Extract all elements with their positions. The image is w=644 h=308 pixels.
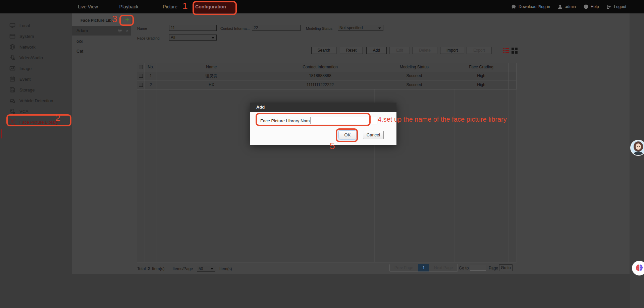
sidebar-item-local[interactable]: Local — [0, 20, 72, 31]
current-page-indicator: 1 — [418, 264, 429, 271]
sidebar-item-video-audio[interactable]: Video/Audio — [0, 52, 72, 63]
library-panel-title: Face Picture Lib... — [80, 18, 115, 23]
pager: Prev Page 1 Next Page — [389, 264, 458, 272]
pagination-summary: Total 2 Item(s) Items/Page 50 Item(s) — [137, 266, 232, 272]
page-label: Page — [489, 266, 498, 270]
pagination-bar: Total 2 Item(s) Items/Page 50 Item(s) Pr… — [131, 262, 630, 274]
help-link[interactable]: Help — [584, 4, 599, 9]
tab-live-view[interactable]: Live View — [78, 0, 98, 13]
prev-page-button[interactable]: Prev Page — [390, 264, 418, 271]
import-button[interactable]: Import — [440, 47, 464, 54]
tab-picture[interactable]: Picture — [163, 0, 177, 13]
sidebar-item-image[interactable]: Image — [0, 63, 72, 74]
active-item-indicator — [1, 129, 2, 138]
col-header-contact: Contact Information — [266, 63, 375, 71]
total-count: 2 — [148, 266, 150, 271]
delete-button: Delete — [412, 47, 437, 54]
modeling-status-label: Modeling Status — [306, 26, 332, 30]
row-checkbox[interactable] — [139, 83, 143, 87]
sidebar-item-system[interactable]: System — [0, 31, 72, 42]
goto-page-button[interactable]: Go to — [499, 264, 513, 271]
page: Live View Playback Picture Configuration… — [0, 0, 644, 308]
window-icon — [9, 33, 15, 39]
user-icon — [558, 4, 562, 9]
col-header-spacer — [508, 63, 517, 71]
name-filter-label: Name — [137, 26, 147, 30]
floppy-icon — [9, 87, 15, 93]
list-view-icon[interactable] — [503, 47, 509, 54]
goto-page-input[interactable] — [470, 265, 486, 271]
col-header-grading: Face Grading — [454, 63, 508, 71]
select-all-cell — [137, 63, 145, 71]
goto-label: Go to — [459, 266, 469, 270]
monitor-icon — [9, 22, 15, 28]
face-library-list-panel: Face Picture Lib... + Adam × GS Cat — [72, 13, 131, 274]
contact-filter-input[interactable] — [252, 25, 301, 31]
face-records-table: No. Name Contact Information Modeling St… — [137, 63, 517, 262]
image-icon — [9, 65, 15, 71]
edit-button: Edit — [389, 47, 410, 54]
plugin-icon — [511, 4, 516, 9]
table-row[interactable]: 2 HX 1111111222222 Succeed High — [137, 80, 517, 89]
dialog-title: Add — [250, 103, 396, 112]
delete-library-close-icon[interactable]: × — [124, 26, 130, 36]
user-menu[interactable]: admin — [558, 4, 576, 9]
library-name-label: Face Picture Library Name — [260, 118, 312, 123]
sidebar-item-vca[interactable]: VCA — [0, 106, 72, 117]
logout-link[interactable]: Logout — [606, 4, 626, 9]
name-filter-input[interactable] — [169, 25, 217, 31]
sidebar-item-vehicle-detection[interactable]: Vehicle Detection — [0, 95, 72, 106]
sidebar-item-face-picture-library[interactable]: Face Picture Library — [0, 117, 72, 127]
col-header-modeling: Modeling Status — [374, 63, 454, 71]
col-header-name: Name — [157, 63, 266, 71]
add-library-dialog: Add Face Picture Library Name OK Cancel — [250, 103, 396, 145]
microphone-icon — [9, 55, 15, 61]
download-plugin-link[interactable]: Download Plug-in — [511, 4, 550, 9]
tab-playback[interactable]: Playback — [119, 0, 139, 13]
library-item-gs[interactable]: GS — [72, 37, 131, 46]
brain-icon — [635, 264, 644, 272]
sidebar-item-event[interactable]: Event — [0, 74, 72, 84]
library-name-input[interactable] — [310, 117, 377, 124]
dialog-body: Face Picture Library Name OK Cancel — [250, 112, 396, 145]
help-icon — [584, 4, 588, 9]
tab-configuration[interactable]: Configuration — [195, 0, 226, 13]
sidebar-item-network[interactable]: Network — [0, 42, 72, 52]
library-item-cat[interactable]: Cat — [72, 47, 131, 56]
reset-button[interactable]: Reset — [340, 47, 363, 54]
top-navigation-bar: Live View Playback Picture Configuration… — [0, 0, 644, 13]
dialog-cancel-button[interactable]: Cancel — [363, 131, 384, 139]
vca-icon — [9, 108, 15, 114]
floating-avatar[interactable] — [631, 140, 644, 155]
row-checkbox[interactable] — [139, 74, 143, 78]
items-per-page-select[interactable]: 50 — [197, 266, 215, 272]
face-library-icon — [9, 119, 15, 125]
face-grading-label: Face Grading — [137, 36, 160, 40]
edit-library-gear-icon[interactable] — [118, 26, 123, 36]
avatar-face — [636, 143, 641, 150]
modeling-status-select[interactable]: Not specified — [338, 25, 383, 31]
add-library-button[interactable]: + — [123, 16, 131, 24]
grid-view-icon[interactable] — [511, 47, 518, 54]
logout-icon — [606, 4, 611, 9]
globe-icon — [9, 44, 15, 50]
export-button: Export — [467, 47, 492, 54]
brain-extension-button[interactable] — [632, 261, 644, 275]
table-row[interactable]: 1 谢灵贵 1818888888 Succeed High — [137, 71, 517, 80]
col-header-no: No. — [145, 63, 157, 71]
vehicle-icon — [9, 98, 15, 104]
table-header-row: No. Name Contact Information Modeling St… — [137, 63, 517, 71]
search-button[interactable]: Search — [311, 47, 336, 54]
face-grading-select[interactable]: All — [169, 35, 217, 41]
next-page-button[interactable]: Next Page — [429, 264, 458, 271]
library-item-adam[interactable]: Adam × — [72, 26, 131, 36]
add-button[interactable]: Add — [366, 47, 387, 54]
settings-sidebar: Local System Network Video/Audio Image — [0, 13, 72, 308]
library-panel-header: Face Picture Lib... + — [72, 13, 131, 26]
sidebar-item-storage[interactable]: Storage — [0, 84, 72, 95]
dialog-ok-button[interactable]: OK — [339, 131, 356, 139]
select-all-checkbox[interactable] — [139, 65, 143, 69]
contact-filter-label: Contact Informa... — [220, 26, 250, 30]
calendar-icon — [9, 76, 15, 82]
topbar-user-menu: Download Plug-in admin Help Logout — [511, 0, 626, 13]
